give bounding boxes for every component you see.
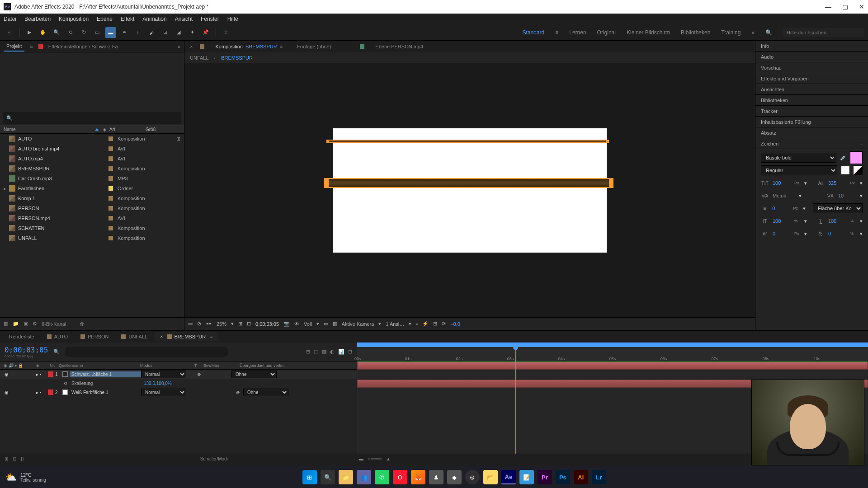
star-icon[interactable]: ☆ <box>221 27 231 38</box>
tab-bremsspur[interactable]: × BREMSSPUR ≡ <box>155 332 218 341</box>
layer-name[interactable]: Schwarz…bfläche 1 <box>70 371 141 377</box>
timeline-timecode[interactable]: 0;00;03;05 <box>5 346 48 354</box>
project-item[interactable]: AUTO bremst.mp4AVI <box>0 144 184 154</box>
tab-projekt[interactable]: Projekt <box>4 42 24 52</box>
brush-tool[interactable]: 🖌 <box>146 27 157 38</box>
fill-color-swatch[interactable] <box>850 151 863 164</box>
tab-person[interactable]: PERSON <box>75 332 114 341</box>
settings-icon[interactable]: ⚙ <box>33 321 37 327</box>
scale-value[interactable]: 130,0,100,0% <box>144 381 172 386</box>
taskbar-after-effects[interactable]: Ae <box>501 470 516 484</box>
panel-bibliotheken[interactable]: Bibliotheken <box>755 95 868 106</box>
nav-current[interactable]: BREMSSPUR <box>221 55 253 61</box>
panel-ausrichten[interactable]: Ausrichten <box>755 84 868 95</box>
tsume-input[interactable]: 0 <box>828 231 846 236</box>
taskbar-opera[interactable]: O <box>393 470 407 484</box>
menu-effekt[interactable]: Effekt <box>121 16 134 22</box>
tab-footage[interactable]: Footage (ohne) <box>293 42 335 51</box>
workspace-original[interactable]: Original <box>597 29 616 36</box>
timeline-search-input[interactable] <box>65 347 228 357</box>
timeline-layer-1[interactable]: ◉ ▸ ▪ 1 Schwarz…bfläche 1 Normal ⊚ Ohne <box>0 370 357 379</box>
camera-dropdown[interactable]: Aktive Kamera <box>342 321 374 327</box>
layer-name[interactable]: Weiß Farbfläche 1 <box>70 390 141 395</box>
taskbar-lightroom[interactable]: Lr <box>592 470 606 484</box>
eraser-tool[interactable]: ◢ <box>173 27 184 38</box>
taskbar-search[interactable]: 🔍 <box>321 470 335 484</box>
vscale-input[interactable]: 100 <box>773 218 791 224</box>
zoom-in-icon[interactable]: ▲ <box>386 456 391 461</box>
magnify-icon[interactable]: ▭ <box>188 321 193 327</box>
interpret-icon[interactable]: ▦ <box>4 321 8 327</box>
project-item[interactable]: AUTOKomposition⊞ <box>0 134 184 144</box>
zoom-out-icon[interactable]: ▬ <box>359 456 363 461</box>
panel-fuellung[interactable]: Inhaltsbasierte Füllung <box>755 117 868 127</box>
swap-colors-icon[interactable] <box>854 166 863 175</box>
blend-mode-select[interactable]: Normal <box>141 371 186 378</box>
taskbar-illustrator[interactable]: Ai <box>574 470 588 484</box>
selection-tool[interactable]: ▶ <box>24 27 35 38</box>
menu-animation[interactable]: Animation <box>142 16 166 22</box>
panel-info[interactable]: Info <box>755 41 868 52</box>
taskbar-obs[interactable]: ⊚ <box>465 470 480 484</box>
snapshot-icon[interactable]: 📷 <box>283 321 290 327</box>
taskbar-app-3[interactable]: 📝 <box>519 470 534 484</box>
project-item[interactable]: Komp 1Komposition <box>0 193 184 203</box>
workspace-training[interactable]: Training <box>721 29 741 36</box>
tab-auto[interactable]: AUTO <box>42 332 73 341</box>
taskbar-app-1[interactable]: ♟ <box>429 470 443 484</box>
menu-bearbeiten[interactable]: Bearbeiten <box>24 16 51 22</box>
menu-komposition[interactable]: Komposition <box>59 16 89 22</box>
canvas-area[interactable] <box>184 63 755 317</box>
panel-effekte[interactable]: Effekte und Vorgaben <box>755 73 868 84</box>
font-style-select[interactable]: Regular <box>761 165 837 175</box>
taskbar-app-2[interactable]: ◆ <box>447 470 462 484</box>
menu-datei[interactable]: Datei <box>4 16 16 22</box>
workspace-standard[interactable]: Standard <box>523 29 545 36</box>
maximize-button[interactable]: ▢ <box>842 3 848 10</box>
taskbar-firefox[interactable]: 🦊 <box>411 470 425 484</box>
kerning-input[interactable]: Metrik <box>773 193 795 198</box>
type-tool[interactable]: T <box>132 27 143 38</box>
scale-property[interactable]: ⟲ Skalierung 130,0,100,0% <box>0 379 357 388</box>
project-item[interactable]: ▸ FarbflächenOrdner <box>0 183 184 193</box>
rectangle-tool[interactable]: ▬ <box>105 27 116 38</box>
blend-mode-select[interactable]: Normal <box>141 389 186 396</box>
menu-hilfe[interactable]: Hilfe <box>227 16 238 22</box>
switches-modi-label[interactable]: Schalter/Modi <box>200 456 228 461</box>
grid-icon[interactable]: ⊡ <box>247 321 251 327</box>
exposure[interactable]: +0,0 <box>450 321 460 327</box>
project-item[interactable]: BREMSSPURKomposition <box>0 164 184 174</box>
comp-mini-icon[interactable]: ⊞ <box>306 349 310 355</box>
project-item[interactable]: PERSON.mp4AVI <box>0 213 184 223</box>
graph-icon[interactable]: 📊 <box>338 349 344 355</box>
taskbar-files[interactable]: 📂 <box>483 470 498 484</box>
hand-tool[interactable]: ✋ <box>38 27 48 38</box>
flowchart-icon[interactable]: ⟳ <box>442 321 446 327</box>
puppet-tool[interactable]: 📌 <box>200 27 211 38</box>
panel-vorschau[interactable]: Vorschau <box>755 62 868 73</box>
panel-zeichen-header[interactable]: Zeichen≡ <box>755 138 868 149</box>
panel-overflow-icon[interactable]: » <box>178 44 180 49</box>
panel-menu-icon[interactable]: ≡ <box>860 141 863 146</box>
workspace-lernen[interactable]: Lernen <box>569 29 586 36</box>
nav-back-icon[interactable]: ‹ <box>214 55 216 61</box>
font-size-input[interactable]: 100 <box>773 180 791 186</box>
workspace-menu-icon[interactable]: ≡ <box>555 29 558 36</box>
zoom-tool[interactable]: 🔍 <box>51 27 62 38</box>
project-item[interactable]: Car Crash.mp3MP3 <box>0 174 184 183</box>
workspace-bibliotheken[interactable]: Bibliotheken <box>681 29 710 36</box>
project-item[interactable]: UNFALLKomposition <box>0 233 184 243</box>
zoom-slider[interactable]: ○━━━━ <box>368 456 382 461</box>
project-item[interactable]: PERSONKomposition <box>0 203 184 213</box>
home-tool[interactable]: ⌂ <box>4 27 14 38</box>
project-item[interactable]: SCHATTENKomposition <box>0 223 184 233</box>
start-button[interactable]: ⊞ <box>302 470 317 484</box>
camera-tool[interactable]: ▭ <box>92 27 103 38</box>
menu-ansicht[interactable]: Ansicht <box>175 16 193 22</box>
eyedropper-icon[interactable]: 💉 <box>840 155 846 161</box>
project-item[interactable]: AUTO.mp4AVI <box>0 154 184 164</box>
project-column-header[interactable]: Name ◈ Art Größ <box>0 125 184 134</box>
font-family-select[interactable]: Bastile bold <box>761 153 836 163</box>
fast-preview-icon[interactable]: ⚡ <box>422 321 429 327</box>
taskbar-teams[interactable]: 👥 <box>357 470 371 484</box>
